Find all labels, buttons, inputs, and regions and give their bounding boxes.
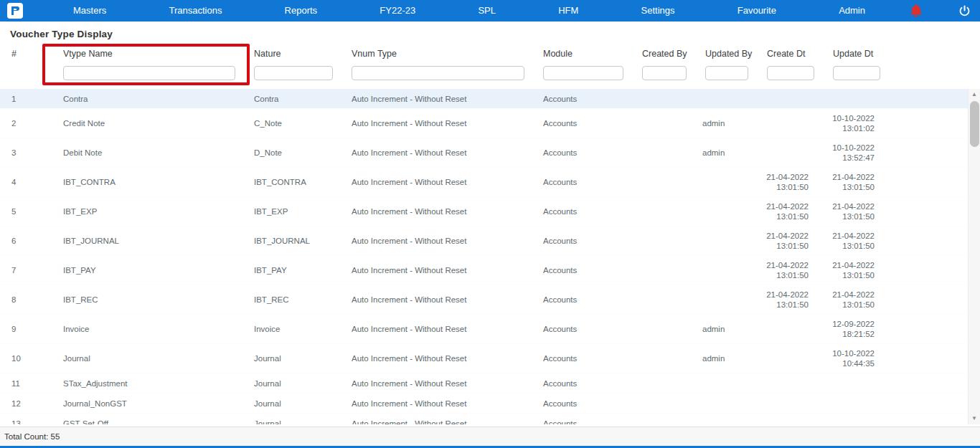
filter-create-dt[interactable]	[767, 66, 814, 80]
cell-num: 7	[0, 265, 52, 275]
table-row[interactable]: 10 Journal Journal Auto Increment - With…	[0, 344, 969, 373]
cell-num: 2	[0, 118, 52, 128]
cell-vnum-type: Auto Increment - Without Reset	[340, 148, 532, 158]
cell-module: Accounts	[532, 94, 631, 104]
app-logo[interactable]	[7, 3, 23, 19]
scrollbar-track[interactable]	[969, 100, 980, 413]
cell-num: 12	[0, 399, 52, 409]
cell-vtype-name: Contra	[52, 94, 242, 104]
col-header-update-dt: Update Dt	[821, 49, 887, 59]
cell-num: 9	[0, 324, 52, 334]
cell-num: 6	[0, 236, 52, 246]
filter-vnum-type[interactable]	[352, 66, 524, 80]
table-row[interactable]: 7 IBT_PAY IBT_PAY Auto Increment - Witho…	[0, 256, 969, 285]
cell-nature: Invoice	[242, 324, 340, 334]
cell-num: 11	[0, 378, 52, 389]
cell-nature: IBT_EXP	[242, 206, 340, 216]
cell-nature: Journal	[242, 399, 340, 409]
filter-updated-by[interactable]	[705, 66, 748, 80]
cell-module: Accounts	[532, 177, 631, 187]
col-header-create-dt: Create Dt	[755, 49, 821, 59]
cell-nature: IBT_JOURNAL	[242, 236, 340, 246]
table-header: # Vtype Name Nature Vnum Type Module Cre…	[0, 49, 969, 59]
cell-updated-by: admin	[694, 148, 755, 158]
cell-module: Accounts	[532, 324, 631, 334]
cell-vnum-type: Auto Increment - Without Reset	[340, 236, 532, 246]
table-row[interactable]: 6 IBT_JOURNAL IBT_JOURNAL Auto Increment…	[0, 227, 969, 256]
cell-update-dt: 12-09-2022 18:21:52	[821, 319, 887, 339]
table-row[interactable]: 11 STax_Adjustment Journal Auto Incremen…	[0, 373, 969, 394]
cell-num: 4	[0, 177, 52, 187]
filter-created-by[interactable]	[642, 66, 687, 80]
table-row[interactable]: 1 Contra Contra Auto Increment - Without…	[0, 89, 969, 109]
cell-update-dt: 21-04-2022 13:01:50	[821, 172, 887, 192]
scrollbar-thumb[interactable]	[970, 101, 979, 147]
filter-vtype-name[interactable]	[63, 66, 235, 80]
scroll-down-icon[interactable]: ▼	[969, 413, 980, 424]
cell-vnum-type: Auto Increment - Without Reset	[340, 378, 532, 389]
cell-update-dt: 21-04-2022 13:01:50	[821, 231, 887, 251]
filter-nature[interactable]	[254, 66, 333, 80]
scroll-up-icon[interactable]: ▲	[969, 89, 980, 100]
menu-reports[interactable]: Reports	[285, 0, 318, 22]
cell-updated-by: admin	[694, 324, 755, 334]
menu-masters[interactable]: Masters	[73, 0, 106, 22]
cell-update-dt: 10-10-2022 13:52:47	[821, 143, 887, 163]
cell-vtype-name: IBT_EXP	[52, 206, 242, 216]
col-header-vtype-name: Vtype Name	[52, 49, 242, 59]
menu-spl[interactable]: SPL	[478, 0, 496, 22]
table-row[interactable]: 13 GST Set-Off Journal Auto Increment - …	[0, 414, 969, 424]
cell-nature: Contra	[242, 94, 340, 104]
cell-update-dt: 21-04-2022 13:01:50	[821, 201, 887, 221]
total-count-label: Total Count: 55	[4, 432, 60, 441]
col-header-vnum-type: Vnum Type	[340, 49, 532, 59]
table-row[interactable]: 2 Credit Note C_Note Auto Increment - Wi…	[0, 109, 969, 138]
cell-update-dt: 10-10-2022 13:01:02	[821, 113, 887, 133]
vertical-scrollbar[interactable]: ▲ ▼	[968, 89, 980, 424]
notifications-bell-icon[interactable]	[908, 3, 924, 19]
cell-updated-by: admin	[694, 353, 755, 363]
cell-vtype-name: IBT_REC	[52, 295, 242, 305]
table-row[interactable]: 4 IBT_CONTRA IBT_CONTRA Auto Increment -…	[0, 168, 969, 197]
table-row[interactable]: 3 Debit Note D_Note Auto Increment - Wit…	[0, 138, 969, 168]
main-menu: Masters Transactions Reports FY22-23 SPL…	[23, 0, 908, 22]
cell-vnum-type: Auto Increment - Without Reset	[340, 177, 532, 187]
cell-module: Accounts	[532, 353, 631, 363]
cell-create-dt: 21-04-2022 13:01:50	[755, 231, 821, 251]
cell-module: Accounts	[532, 378, 631, 389]
cell-num: 13	[0, 419, 52, 425]
cell-vtype-name: IBT_CONTRA	[52, 177, 242, 187]
col-header-created-by: Created By	[631, 49, 694, 59]
cell-vtype-name: Credit Note	[52, 118, 242, 128]
cell-vnum-type: Auto Increment - Without Reset	[340, 419, 532, 425]
table-row[interactable]: 5 IBT_EXP IBT_EXP Auto Increment - Witho…	[0, 197, 969, 227]
power-icon[interactable]	[957, 4, 971, 18]
page-title: Voucher Type Display	[10, 29, 113, 39]
cell-nature: Journal	[242, 353, 340, 363]
cell-vnum-type: Auto Increment - Without Reset	[340, 295, 532, 305]
menu-favourite[interactable]: Favourite	[738, 0, 776, 22]
table-row[interactable]: 12 Journal_NonGST Journal Auto Increment…	[0, 394, 969, 414]
table-row[interactable]: 9 Invoice Invoice Auto Increment - Witho…	[0, 315, 969, 344]
cell-vnum-type: Auto Increment - Without Reset	[340, 94, 532, 104]
status-bar: Total Count: 55	[0, 426, 980, 446]
filter-update-dt[interactable]	[833, 66, 880, 80]
cell-vnum-type: Auto Increment - Without Reset	[340, 324, 532, 334]
cell-updated-by: admin	[694, 118, 755, 128]
menu-settings[interactable]: Settings	[641, 0, 675, 22]
cell-vnum-type: Auto Increment - Without Reset	[340, 118, 532, 128]
cell-nature: Journal	[242, 419, 340, 425]
cell-nature: Journal	[242, 378, 340, 389]
table-row[interactable]: 8 IBT_REC IBT_REC Auto Increment - Witho…	[0, 285, 969, 315]
menu-transactions[interactable]: Transactions	[169, 0, 222, 22]
cell-nature: IBT_REC	[242, 295, 340, 305]
cell-vtype-name: Journal_NonGST	[52, 399, 242, 409]
cell-module: Accounts	[532, 419, 631, 425]
col-header-nature: Nature	[242, 49, 340, 59]
menu-fy22-23[interactable]: FY22-23	[380, 0, 415, 22]
col-header-num: #	[0, 49, 52, 59]
menu-hfm[interactable]: HFM	[558, 0, 578, 22]
cell-num: 8	[0, 295, 52, 305]
menu-admin[interactable]: Admin	[839, 0, 865, 22]
filter-module[interactable]	[543, 66, 623, 80]
